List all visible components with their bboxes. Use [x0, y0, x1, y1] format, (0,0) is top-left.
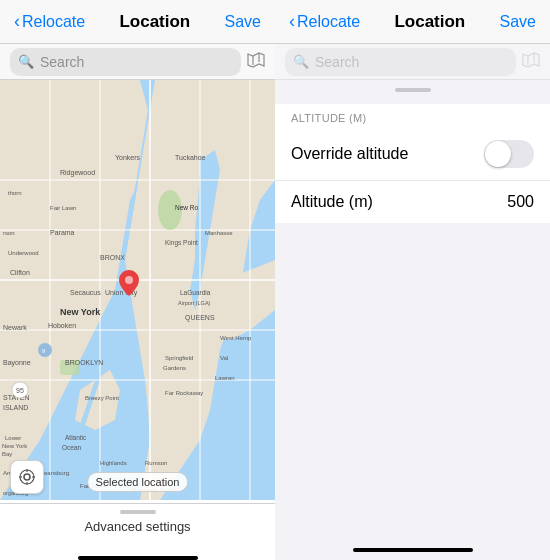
altitude-value: 500: [507, 193, 534, 211]
right-map-icon: [522, 52, 540, 72]
altitude-value-row: Altitude (m) 500: [275, 181, 550, 223]
svg-text:New York: New York: [60, 307, 101, 317]
advanced-settings-label: Advanced settings: [84, 519, 190, 534]
left-panel: ‹ Relocate Location Save 🔍 Search: [0, 0, 275, 560]
svg-text:Underwood: Underwood: [8, 250, 39, 256]
altitude-section-label: ALTITUDE (M): [275, 104, 550, 128]
override-altitude-row[interactable]: Override altitude: [275, 128, 550, 181]
svg-text:West Hemp: West Hemp: [220, 335, 252, 341]
svg-text:Manhasse: Manhasse: [205, 230, 233, 236]
left-search-bar: 🔍 Search: [0, 44, 275, 80]
map-area[interactable]: Ridgewood Yonkers Tuckahoe thorn Fair La…: [0, 80, 275, 550]
left-save-button[interactable]: Save: [225, 13, 261, 31]
svg-text:Parama: Parama: [50, 229, 75, 236]
svg-text:Gardens: Gardens: [163, 365, 186, 371]
svg-text:ISLAND: ISLAND: [3, 404, 28, 411]
right-drag-indicator: [275, 80, 550, 96]
location-pin: [119, 270, 139, 296]
altitude-section: ALTITUDE (M) Override altitude Altitude …: [275, 104, 550, 223]
drag-handle-icon: [120, 510, 156, 514]
svg-text:Secaucus: Secaucus: [70, 289, 101, 296]
right-back-button[interactable]: ‹ Relocate: [289, 11, 360, 32]
svg-text:Tuckahoe: Tuckahoe: [175, 154, 206, 161]
svg-text:Hoboken: Hoboken: [48, 322, 76, 329]
left-back-label: Relocate: [22, 13, 85, 31]
svg-text:Clifton: Clifton: [10, 269, 30, 276]
svg-text:Val: Val: [220, 355, 228, 361]
svg-text:Ocean: Ocean: [62, 444, 82, 451]
right-nav-bar: ‹ Relocate Location Save: [275, 0, 550, 44]
svg-text:thorn: thorn: [8, 190, 22, 196]
svg-text:Breezy Point: Breezy Point: [85, 395, 119, 401]
svg-point-69: [125, 276, 133, 284]
svg-text:Bay: Bay: [2, 451, 12, 457]
advanced-settings-area[interactable]: Advanced settings: [0, 503, 275, 550]
svg-text:Keansburg: Keansburg: [40, 470, 69, 476]
svg-text:Airport (LGA): Airport (LGA): [178, 300, 211, 306]
override-altitude-label: Override altitude: [291, 145, 408, 163]
right-save-button[interactable]: Save: [500, 13, 536, 31]
right-search-icon: 🔍: [293, 54, 309, 69]
toggle-knob: [485, 141, 511, 167]
svg-text:Kings Point: Kings Point: [165, 239, 198, 247]
home-indicator-left: [78, 556, 198, 560]
right-back-label: Relocate: [297, 13, 360, 31]
left-nav-bar: ‹ Relocate Location Save: [0, 0, 275, 44]
left-search-inner[interactable]: 🔍 Search: [10, 48, 241, 76]
right-drag-handle-icon: [395, 88, 431, 92]
location-button[interactable]: [10, 460, 44, 494]
left-back-button[interactable]: ‹ Relocate: [14, 11, 85, 32]
svg-text:Far Rockaway: Far Rockaway: [165, 390, 203, 396]
svg-text:Fair Lawn: Fair Lawn: [50, 205, 76, 211]
svg-text:Ridgewood: Ridgewood: [60, 169, 95, 177]
search-icon: 🔍: [18, 54, 34, 69]
svg-text:BRONX: BRONX: [100, 254, 125, 261]
map-view-icon[interactable]: [247, 52, 265, 72]
svg-text:New Ro: New Ro: [175, 204, 199, 211]
svg-point-70: [24, 474, 30, 480]
svg-text:Rumson: Rumson: [145, 460, 167, 466]
svg-text:Bayonne: Bayonne: [3, 359, 31, 367]
right-search-placeholder: Search: [315, 54, 359, 70]
svg-text:95: 95: [16, 387, 24, 394]
svg-text:Lawren: Lawren: [215, 375, 235, 381]
svg-point-71: [20, 470, 34, 484]
selected-location-badge: Selected location: [87, 472, 189, 492]
right-search-bar: 🔍 Search: [275, 44, 550, 80]
svg-text:Lower: Lower: [5, 435, 21, 441]
altitude-label: Altitude (m): [291, 193, 373, 211]
svg-text:New York: New York: [2, 443, 28, 449]
right-nav-title: Location: [394, 12, 465, 32]
svg-text:Atlantic: Atlantic: [65, 434, 87, 441]
override-altitude-toggle[interactable]: [484, 140, 534, 168]
right-search-inner: 🔍 Search: [285, 48, 516, 76]
svg-text:Highlands: Highlands: [100, 460, 127, 466]
svg-text:rson: rson: [3, 230, 15, 236]
svg-text:Yonkers: Yonkers: [115, 154, 141, 161]
left-nav-title: Location: [119, 12, 190, 32]
right-bottom-area: [275, 223, 550, 560]
home-indicator-right: [353, 548, 473, 552]
svg-text:QUEENS: QUEENS: [185, 314, 215, 322]
svg-text:LaGuardia: LaGuardia: [180, 289, 211, 296]
selected-location-text: Selected location: [96, 476, 180, 488]
right-chevron-left-icon: ‹: [289, 11, 295, 32]
right-panel: ‹ Relocate Location Save 🔍 Search ALTITU…: [275, 0, 550, 560]
svg-text:Newark: Newark: [3, 324, 27, 331]
svg-text:BROOKLYN: BROOKLYN: [65, 359, 103, 366]
svg-text:Springfield: Springfield: [165, 355, 193, 361]
chevron-left-icon: ‹: [14, 11, 20, 32]
left-search-placeholder: Search: [40, 54, 84, 70]
